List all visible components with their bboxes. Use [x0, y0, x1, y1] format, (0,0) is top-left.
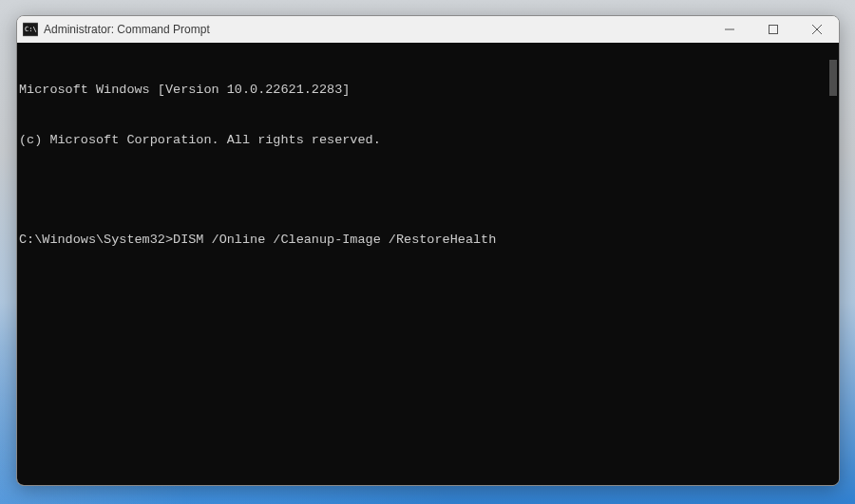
maximize-button[interactable] [751, 16, 795, 43]
terminal-command: DISM /Online /Cleanup-Image /RestoreHeal… [173, 232, 496, 249]
close-button[interactable] [795, 16, 839, 43]
terminal-content: Microsoft Windows [Version 10.0.22621.22… [19, 48, 835, 282]
scrollbar-thumb[interactable] [829, 60, 837, 96]
terminal-prompt-line: C:\Windows\System32>DISM /Online /Cleanu… [19, 232, 835, 249]
svg-rect-3 [770, 26, 778, 34]
window-title: Administrator: Command Prompt [44, 23, 708, 36]
window-titlebar[interactable]: C:\ Administrator: Command Prompt [17, 16, 839, 43]
scrollbar-track[interactable] [826, 43, 839, 485]
cmd-icon: C:\ [23, 22, 38, 37]
terminal-prompt: C:\Windows\System32> [19, 232, 173, 249]
terminal-output-line: Microsoft Windows [Version 10.0.22621.22… [19, 82, 835, 99]
terminal-blank-line [19, 181, 835, 198]
svg-text:C:\: C:\ [25, 26, 37, 33]
terminal-output-line: (c) Microsoft Corporation. All rights re… [19, 132, 835, 149]
minimize-button[interactable] [708, 16, 751, 43]
terminal-area[interactable]: Microsoft Windows [Version 10.0.22621.22… [17, 43, 839, 485]
command-prompt-window: C:\ Administrator: Command Prompt Micros… [16, 15, 840, 486]
window-controls [708, 16, 839, 43]
